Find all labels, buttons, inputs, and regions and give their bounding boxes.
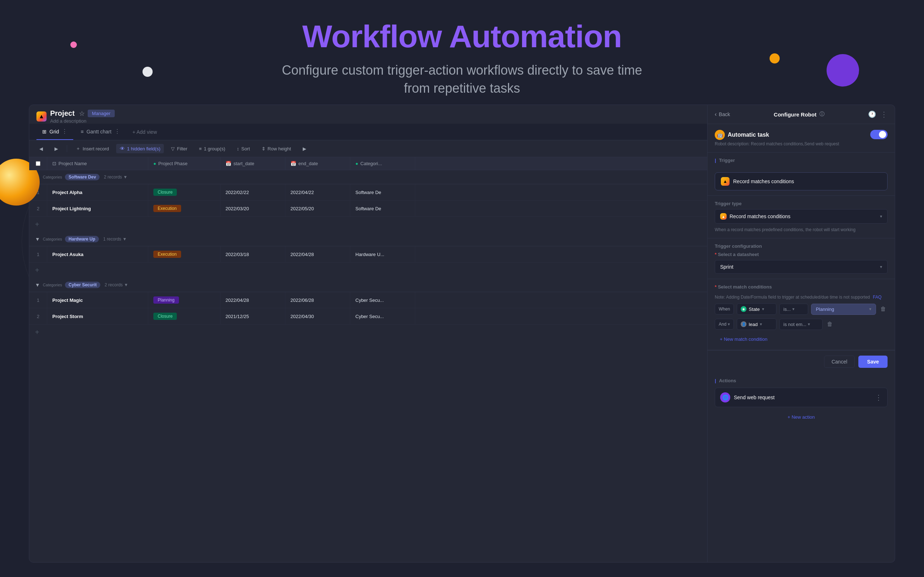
filter-btn[interactable]: ▽ Filter bbox=[167, 144, 192, 154]
more-toolbar-btn[interactable]: ▶ bbox=[298, 144, 311, 154]
td-category: Hardware U... bbox=[351, 246, 415, 262]
group-expand-icon: ▼ bbox=[35, 282, 40, 288]
trigger-type-dropdown[interactable]: ▲ Record matches conditions ▾ bbox=[715, 209, 888, 224]
view-tabs: ⊞ Grid ⋮ ≡ Gantt chart ⋮ + Add view bbox=[29, 124, 707, 140]
condition-operator-isnotem[interactable]: is not em... ▾ bbox=[779, 319, 822, 330]
auto-task-toggle[interactable] bbox=[870, 130, 888, 139]
condition-and[interactable]: And ▾ bbox=[715, 319, 734, 330]
td-project-name[interactable]: Project Storm bbox=[47, 308, 148, 324]
gantt-more-icon[interactable]: ⋮ bbox=[115, 128, 120, 135]
td-phase: Closure bbox=[148, 308, 220, 324]
robot-content: 🤖 Automatic task Robot description: Reco… bbox=[708, 124, 895, 562]
tab-gantt[interactable]: ≡ Gantt chart ⋮ bbox=[75, 124, 126, 140]
add-description[interactable]: Add a description bbox=[50, 118, 115, 124]
td-project-name[interactable]: Project Asuka bbox=[47, 246, 148, 262]
group-row-cyber[interactable]: ▼ Categories Cyber Securit 2 records ▼ bbox=[29, 278, 707, 292]
td-end: 2022/04/22 bbox=[285, 184, 351, 200]
new-action-btn[interactable]: + New action bbox=[715, 411, 888, 423]
grid-more-icon[interactable]: ⋮ bbox=[62, 128, 68, 135]
td-phase: Execution bbox=[148, 200, 220, 216]
sort-btn[interactable]: ↕ Sort bbox=[233, 144, 254, 154]
table-container[interactable]: ⊡ Project Name ● Project Phase 📅 start_d… bbox=[29, 157, 707, 553]
th-project-phase: ● Project Phase bbox=[148, 157, 220, 170]
select-all-checkbox[interactable] bbox=[36, 161, 40, 166]
action-more-icon[interactable]: ⋮ bbox=[875, 393, 882, 402]
group-icon: ≡ bbox=[199, 146, 202, 152]
row-height-icon: ⇕ bbox=[262, 146, 265, 152]
auto-task-desc: Robot description: Record matches condit… bbox=[715, 141, 866, 147]
td-end: 2022/04/30 bbox=[285, 308, 351, 324]
trigger-type-label: Trigger type bbox=[715, 201, 888, 206]
td-end: 2022/06/28 bbox=[285, 292, 351, 308]
match-note: Note: Adding Date/Formula field to trigg… bbox=[715, 294, 870, 300]
auto-task-name: 🤖 Automatic task bbox=[715, 130, 866, 140]
phase-badge: Execution bbox=[153, 251, 181, 258]
action-buttons: Cancel Save bbox=[708, 350, 895, 373]
clock-icon[interactable]: 🕐 bbox=[868, 110, 876, 118]
add-row-group2[interactable]: + bbox=[29, 263, 707, 278]
more-options-icon[interactable]: ⋮ bbox=[880, 110, 888, 119]
operator-chevron-icon: ▾ bbox=[792, 306, 795, 311]
condition-field-lead[interactable]: 👤 lead ▾ bbox=[737, 318, 777, 330]
group-row-software-dev[interactable]: ▼ Categories Software Dev 2 records ▼ bbox=[29, 170, 707, 184]
end-date-icon: 📅 bbox=[291, 161, 296, 166]
td-project-name[interactable]: Project Alpha bbox=[47, 184, 148, 200]
condition-value-planning[interactable]: Planning ▾ bbox=[811, 304, 876, 315]
manager-badge: Manager bbox=[88, 110, 115, 117]
datasheet-dropdown[interactable]: Sprint ▾ bbox=[715, 260, 888, 274]
match-conditions-section: Select match conditions Note: Adding Dat… bbox=[708, 279, 895, 350]
row-height-btn[interactable]: ⇕ Row height bbox=[257, 144, 296, 154]
cancel-button[interactable]: Cancel bbox=[824, 356, 855, 368]
select-datasheet-label: Select a datasheet bbox=[715, 252, 888, 257]
th-category: ● Categori... bbox=[351, 157, 415, 170]
condition-when[interactable]: When bbox=[715, 304, 734, 314]
toolbar-nav-forward[interactable]: ▶ bbox=[50, 144, 62, 154]
condition-operator-is[interactable]: is... ▾ bbox=[779, 304, 808, 315]
td-start: 2022/03/20 bbox=[220, 200, 285, 216]
delete-condition-1-icon[interactable]: 🗑 bbox=[879, 305, 888, 314]
project-name-row: Project ☆ Manager bbox=[50, 109, 115, 118]
toolbar-nav-back[interactable]: ◀ bbox=[35, 144, 47, 154]
save-button[interactable]: Save bbox=[858, 356, 888, 368]
delete-condition-2-icon[interactable]: 🗑 bbox=[825, 319, 834, 329]
action-name: Send web request bbox=[734, 395, 775, 400]
project-left: ▲ Project ☆ Manager Add a description bbox=[36, 109, 115, 124]
hero-title-accent: Automation bbox=[449, 18, 622, 54]
add-view-btn[interactable]: + Add view bbox=[128, 126, 162, 138]
td-project-name[interactable]: Project Lightning bbox=[47, 200, 148, 216]
condition-field-state[interactable]: ◉ State ▾ bbox=[737, 303, 777, 315]
td-start: 2021/12/25 bbox=[220, 308, 285, 324]
robot-icon: 🤖 bbox=[715, 130, 725, 140]
lead-field-icon: 👤 bbox=[741, 321, 746, 327]
back-button[interactable]: ‹ Back bbox=[715, 111, 730, 118]
add-row-group3[interactable]: + bbox=[29, 324, 707, 340]
tab-grid[interactable]: ⊞ Grid ⋮ bbox=[36, 124, 73, 140]
td-num: 2 bbox=[29, 308, 47, 324]
send-web-icon: 🌐 bbox=[720, 392, 730, 403]
insert-record-btn[interactable]: ＋ Insert record bbox=[71, 143, 113, 154]
group-row-hardware[interactable]: ▼ Categories Hardware Up 1 records ▼ bbox=[29, 232, 707, 246]
state-field-icon: ◉ bbox=[741, 306, 746, 312]
trigger-box[interactable]: ▲ Record matches conditions bbox=[715, 172, 888, 190]
auto-task-row: 🤖 Automatic task Robot description: Reco… bbox=[715, 130, 888, 147]
add-row-group1[interactable]: + bbox=[29, 217, 707, 232]
auto-task-info: 🤖 Automatic task Robot description: Reco… bbox=[715, 130, 866, 147]
td-start: 2022/02/22 bbox=[220, 184, 285, 200]
and-chevron-icon: ▾ bbox=[728, 322, 730, 327]
table-row: 1 Project Alpha Closure 2022/02/22 2022/… bbox=[29, 184, 707, 200]
th-start-date: 📅 start_date bbox=[220, 157, 285, 170]
group-btn[interactable]: ≡ 1 group(s) bbox=[194, 144, 229, 154]
robot-title: Configure Robot ⓘ bbox=[774, 111, 824, 118]
project-name-icon: ⊡ bbox=[52, 161, 56, 166]
hero-subtitle: Configure custom trigger-action workflow… bbox=[282, 61, 643, 98]
td-start: 2022/03/18 bbox=[220, 246, 285, 262]
hidden-fields-btn[interactable]: 👁 1 hidden field(s) bbox=[116, 144, 164, 153]
td-category: Cyber Secu... bbox=[351, 292, 415, 308]
project-title: Project bbox=[50, 109, 75, 118]
new-match-condition-btn[interactable]: + New match condition bbox=[715, 334, 772, 345]
match-label-row: Select match conditions Note: Adding Dat… bbox=[715, 284, 888, 300]
faq-link[interactable]: FAQ bbox=[873, 295, 881, 300]
filter-icon: ▽ bbox=[171, 146, 174, 152]
td-project-name[interactable]: Project Magic bbox=[47, 292, 148, 308]
info-icon[interactable]: ⓘ bbox=[819, 111, 824, 118]
